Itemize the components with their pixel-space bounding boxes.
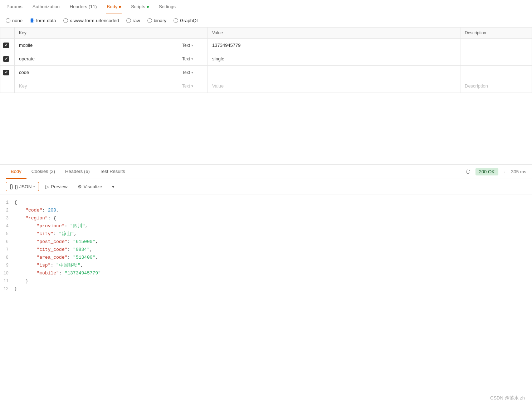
tab-headers[interactable]: Headers (11) bbox=[69, 0, 98, 14]
chevron-down-icon: ▾ bbox=[112, 184, 114, 189]
row3-type-chevron: ▾ bbox=[191, 71, 193, 74]
visualize-icon: ⚙ bbox=[78, 184, 82, 189]
table-row: ✓ Text ▾ bbox=[0, 39, 532, 52]
history-icon[interactable]: ⏱ bbox=[465, 169, 471, 175]
placeholder-check-cell bbox=[0, 79, 15, 93]
radio-raw[interactable]: raw bbox=[126, 18, 140, 23]
placeholder-desc-input[interactable] bbox=[465, 80, 527, 91]
col-desc: Description bbox=[460, 28, 532, 39]
line-number: 12 bbox=[0, 285, 14, 293]
row2-checkbox[interactable]: ✓ bbox=[3, 56, 9, 62]
line-number: 7 bbox=[0, 246, 14, 254]
tab-params[interactable]: Params bbox=[6, 0, 23, 14]
placeholder-key-input[interactable] bbox=[19, 80, 175, 91]
response-tab-body[interactable]: Body bbox=[6, 165, 26, 179]
row3-type-select[interactable]: Text ▾ bbox=[182, 70, 205, 75]
row2-check-cell[interactable]: ✓ bbox=[0, 52, 15, 66]
row2-value-input[interactable] bbox=[212, 53, 456, 64]
row1-type-cell[interactable]: Text ▾ bbox=[179, 39, 208, 52]
row2-key-input[interactable] bbox=[19, 53, 175, 64]
row3-desc-cell[interactable] bbox=[460, 66, 532, 79]
json-format-button[interactable]: {} {} JSON ▾ bbox=[6, 182, 39, 191]
json-format-icon: {} bbox=[10, 184, 13, 189]
preview-button[interactable]: ▷ Preview bbox=[42, 183, 71, 191]
form-data-table: Key Value Description ✓ Text ▾ bbox=[0, 27, 532, 93]
placeholder-type-select[interactable]: Text ▾ bbox=[182, 84, 205, 89]
row2-value-cell[interactable] bbox=[208, 52, 460, 66]
code-line: 10 "mobile": "13734945779" bbox=[0, 269, 532, 277]
row2-type-chevron: ▾ bbox=[191, 57, 193, 61]
tab-authorization[interactable]: Authorization bbox=[32, 0, 60, 14]
placeholder-type-cell[interactable]: Text ▾ bbox=[179, 79, 208, 93]
line-number: 9 bbox=[0, 262, 14, 269]
response-tab-bar: Body Cookies (2) Headers (6) Test Result… bbox=[0, 165, 532, 179]
code-line: 12} bbox=[0, 285, 532, 293]
row3-key-input[interactable] bbox=[19, 67, 175, 78]
code-line: 9 "isp": "中国移动", bbox=[0, 262, 532, 269]
json-code-view: 1{2 "code": 200,3 "region": {4 "province… bbox=[0, 194, 532, 297]
tab-settings[interactable]: Settings bbox=[158, 0, 176, 14]
radio-graphql[interactable]: GraphQL bbox=[174, 18, 199, 23]
radio-none[interactable]: none bbox=[6, 18, 23, 23]
row3-key-cell[interactable] bbox=[15, 66, 179, 79]
line-content: "mobile": "13734945779" bbox=[14, 269, 532, 277]
radio-binary[interactable]: binary bbox=[147, 18, 166, 23]
col-check bbox=[0, 28, 15, 39]
row2-desc-cell[interactable] bbox=[460, 52, 532, 66]
radio-form-data[interactable]: form-data bbox=[30, 18, 56, 23]
code-line: 4 "province": "四川", bbox=[0, 222, 532, 230]
preview-icon: ▷ bbox=[45, 184, 49, 189]
table-row: ✓ Text ▾ bbox=[0, 52, 532, 66]
row1-value-cell[interactable] bbox=[208, 39, 460, 52]
body-type-bar: none form-data x-www-form-urlencoded raw… bbox=[0, 14, 532, 27]
row3-checkbox[interactable]: ✓ bbox=[3, 70, 9, 75]
code-line: 7 "city_code": "0834", bbox=[0, 246, 532, 254]
visualize-button[interactable]: ⚙ Visualize bbox=[74, 183, 106, 191]
row2-desc-input[interactable] bbox=[465, 53, 527, 64]
request-tab-bar: Params Authorization Headers (11) Body S… bbox=[0, 0, 532, 14]
line-number: 3 bbox=[0, 214, 14, 222]
row3-value-cell[interactable] bbox=[208, 66, 460, 79]
code-line: 6 "post_code": "615000", bbox=[0, 238, 532, 246]
row1-check-cell[interactable]: ✓ bbox=[0, 39, 15, 52]
row1-desc-cell[interactable] bbox=[460, 39, 532, 52]
response-section: Body Cookies (2) Headers (6) Test Result… bbox=[0, 165, 532, 297]
response-tab-headers[interactable]: Headers (6) bbox=[60, 165, 95, 179]
row3-check-cell[interactable]: ✓ bbox=[0, 66, 15, 79]
code-line: 8 "area_code": "513400", bbox=[0, 254, 532, 262]
tab-body[interactable]: Body bbox=[106, 0, 122, 14]
placeholder-value-cell[interactable] bbox=[208, 79, 460, 93]
col-type bbox=[179, 28, 208, 39]
row3-type-cell[interactable]: Text ▾ bbox=[179, 66, 208, 79]
row3-value-input[interactable] bbox=[212, 67, 456, 78]
row2-type-select[interactable]: Text ▾ bbox=[182, 56, 205, 61]
row1-key-input[interactable] bbox=[19, 40, 175, 51]
radio-urlencoded[interactable]: x-www-form-urlencoded bbox=[63, 18, 119, 23]
row2-type-cell[interactable]: Text ▾ bbox=[179, 52, 208, 66]
line-number: 1 bbox=[0, 199, 14, 207]
row1-type-select[interactable]: Text ▾ bbox=[182, 43, 205, 48]
table-row-placeholder: Text ▾ bbox=[0, 79, 532, 93]
line-content: "city": "凉山", bbox=[14, 230, 532, 238]
row1-desc-input[interactable] bbox=[465, 40, 527, 51]
col-value: Value bbox=[208, 28, 460, 39]
placeholder-value-input[interactable] bbox=[212, 80, 456, 91]
row1-value-input[interactable] bbox=[212, 40, 456, 51]
row2-key-cell[interactable] bbox=[15, 52, 179, 66]
row3-desc-input[interactable] bbox=[465, 67, 527, 78]
code-line: 3 "region": { bbox=[0, 214, 532, 222]
placeholder-desc-cell[interactable] bbox=[460, 79, 532, 93]
row1-key-cell[interactable] bbox=[15, 39, 179, 52]
row1-type-chevron: ▾ bbox=[191, 44, 193, 47]
json-toolbar: {} {} JSON ▾ ▷ Preview ⚙ Visualize ▾ bbox=[0, 179, 532, 194]
response-time: 305 ms bbox=[511, 169, 526, 174]
line-content: "area_code": "513400", bbox=[14, 254, 532, 262]
more-options-button[interactable]: ▾ bbox=[108, 183, 118, 191]
row1-checkbox[interactable]: ✓ bbox=[3, 43, 9, 48]
scripts-dot bbox=[147, 6, 149, 8]
response-tab-cookies[interactable]: Cookies (2) bbox=[26, 165, 60, 179]
line-number: 4 bbox=[0, 222, 14, 230]
tab-scripts[interactable]: Scripts bbox=[130, 0, 150, 14]
response-tab-test-results[interactable]: Test Results bbox=[95, 165, 130, 179]
placeholder-key-cell[interactable] bbox=[15, 79, 179, 93]
